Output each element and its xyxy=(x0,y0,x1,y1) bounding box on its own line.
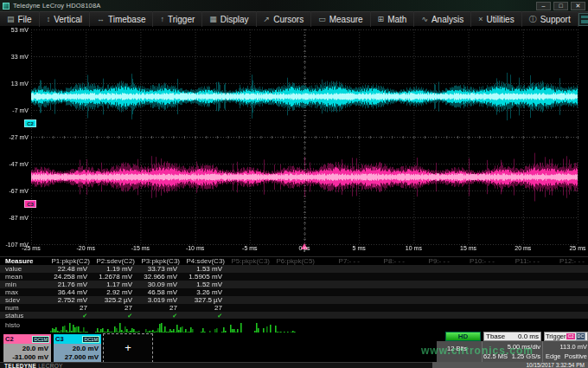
menu-item-display[interactable]: ▦Display xyxy=(202,11,256,27)
menu-item-measure[interactable]: ▭Measure xyxy=(311,11,370,27)
channel-c2-offset-marker[interactable]: C2 xyxy=(24,119,36,127)
channel-c3-offset-marker[interactable]: C3 xyxy=(24,200,36,208)
measure-cell-min-p4: 1.52 mV xyxy=(183,281,228,288)
menu-item-file[interactable]: ▤File xyxy=(0,11,40,27)
timestamp: 10/15/2017 3:32:54 PM xyxy=(432,362,588,368)
waveform-canvas[interactable] xyxy=(0,27,588,256)
channel-c2-descriptor-box[interactable]: C2 DC1M 20.0 mV -31.000 mV xyxy=(3,333,52,363)
menu-item-timebase[interactable]: ↔Timebase xyxy=(90,11,154,27)
grid-display-button[interactable] xyxy=(578,13,588,26)
trigger-level: 113.0 mV xyxy=(544,343,587,351)
menu-item-utilities[interactable]: ×Utilities xyxy=(471,11,522,27)
histogram-canvas xyxy=(43,320,303,333)
hd-mode-button[interactable]: HD xyxy=(445,332,481,341)
measure-column-header-p11[interactable]: P11:- - - xyxy=(498,257,543,265)
measure-column-header-p3[interactable]: P3:pkpk(C3) xyxy=(138,257,183,265)
measure-row-label-histo: histo xyxy=(5,321,20,329)
measure-cell-value-p2: 1.19 mV xyxy=(93,265,138,273)
add-channel-button[interactable]: + xyxy=(103,333,153,363)
channel-c2-offset: -31.000 mV xyxy=(12,353,48,361)
vertical-icon: ↕ xyxy=(47,15,51,23)
measure-column-header-p4[interactable]: P4:sdev(C3) xyxy=(183,257,228,265)
close-button[interactable]: ✕ xyxy=(571,2,585,10)
measure-column-header-p9[interactable]: P9:- - - xyxy=(408,257,453,265)
acquisition-cluster: HD Tbase 0.0 ms Trigger C2 DC 12 Bits 5.… xyxy=(437,332,588,362)
measure-column-header-p2[interactable]: P2:sdev(C2) xyxy=(93,257,138,265)
x-axis-tick: 5 ms xyxy=(340,245,378,251)
menu-item-analysis[interactable]: ∿Analysis xyxy=(414,11,471,27)
time-per-div: 5.00 ms/div xyxy=(483,343,540,351)
measure-cell-min-p2: 1.17 mV xyxy=(93,281,138,288)
menu-item-label: Analysis xyxy=(431,15,463,24)
menu-item-cursors[interactable]: ↗Cursors xyxy=(257,11,312,27)
waveform-grid[interactable]: 53 mV33 mV13 mV-7 mV-27 mV-47 mV-67 mV-8… xyxy=(0,27,588,256)
measure-row-label-mean: mean xyxy=(0,273,48,281)
measure-cell-mean-p3: 32.966 mV xyxy=(138,273,183,281)
measure-column-header-p1[interactable]: P1:pkpk(C2) xyxy=(48,257,93,265)
cursors-icon: ↗ xyxy=(264,15,271,23)
menu-bar: ▤File↕Vertical↔Timebase↑Trigger▦Display↗… xyxy=(0,11,588,27)
measure-column-header-p10[interactable]: P10:- - - xyxy=(453,257,498,265)
y-axis-tick: -7 mV xyxy=(2,107,29,113)
channel-c2-volts-div: 20.0 mV xyxy=(22,345,48,352)
sample-rate: 1.25 GS/s xyxy=(483,352,540,360)
y-axis-tick: 33 mV xyxy=(2,54,29,60)
menu-item-label: Display xyxy=(220,15,249,24)
timebase-offset: 0.0 ms xyxy=(518,332,539,340)
measure-cell-max-p4: 3.26 mV xyxy=(183,288,228,296)
measure-cell-mean-p1: 24.258 mV xyxy=(48,273,93,281)
menu-item-label: File xyxy=(18,15,32,24)
title-bar: Teledyne LeCroy HDO8108A –□✕ xyxy=(0,0,588,11)
measure-column-header-p5[interactable]: P5:pkpk(C3) xyxy=(228,257,273,265)
measure-column-header-p6[interactable]: P6:pkpk(C5) xyxy=(273,257,318,265)
analysis-icon: ∿ xyxy=(421,15,428,23)
measure-table-title: Measure xyxy=(0,257,48,265)
timebase-label: Tbase xyxy=(486,332,505,340)
x-axis-tick: -10 ms xyxy=(176,245,214,251)
measure-column-header-p12[interactable]: P12:- - - xyxy=(543,257,588,265)
measure-row-label-max: max xyxy=(0,288,48,296)
trigger-button[interactable]: Trigger C2 DC xyxy=(544,332,588,341)
menu-item-label: Cursors xyxy=(273,15,304,24)
measure-column-header-p7[interactable]: P7:- - - xyxy=(318,257,363,265)
oscilloscope-app: Teledyne LeCroy HDO8108A –□✕ ▤File↕Verti… xyxy=(0,0,588,368)
trigger-icon: ↑ xyxy=(160,15,164,23)
channel-c3-volts-div: 20.0 mV xyxy=(73,345,99,352)
x-axis-tick: -15 ms xyxy=(121,245,159,251)
x-axis-tick: 25 ms xyxy=(559,245,588,251)
trigger-slope: Positive xyxy=(544,352,587,360)
menu-item-trigger[interactable]: ↑Trigger xyxy=(153,11,202,27)
channel-c3-descriptor-box[interactable]: C3 DC1M 20.0 mV 27.000 mV xyxy=(53,333,102,363)
measure-cell-sdev-p4: 327.5 µV xyxy=(183,296,228,304)
measure-cell-max-p1: 36.44 mV xyxy=(48,288,93,296)
support-icon: ⓘ xyxy=(529,14,537,25)
window-title: Teledyne LeCroy HDO8108A xyxy=(13,2,101,10)
measure-cell-max-p3: 46.58 mV xyxy=(138,288,183,296)
math-icon: ⊞ xyxy=(378,15,385,23)
menu-items: ▤File↕Vertical↔Timebase↑Trigger▦Display↗… xyxy=(0,11,578,27)
menu-right-cluster: Norm Gesture ↩Undo xyxy=(578,13,588,26)
x-axis-tick: 10 ms xyxy=(394,245,432,251)
x-axis-tick: -25 ms xyxy=(12,245,50,251)
menu-item-math[interactable]: ⊞Math xyxy=(371,11,415,27)
x-axis-tick: -5 ms xyxy=(231,245,269,251)
menu-item-label: Timebase xyxy=(108,15,146,24)
menu-item-vertical[interactable]: ↕Vertical xyxy=(40,11,90,27)
measure-row-label-sdev: sdev xyxy=(0,296,48,304)
maximize-button[interactable]: □ xyxy=(553,2,568,10)
measure-table: MeasureP1:pkpk(C2)P2:sdev(C2)P3:pkpk(C3)… xyxy=(0,256,588,320)
menu-item-label: Math xyxy=(387,15,406,24)
measure-cell-num-p2: 27 xyxy=(93,304,138,312)
measure-row-label-value: value xyxy=(0,265,48,273)
timebase-icon: ↔ xyxy=(97,15,105,23)
measure-column-header-p8[interactable]: P8:- - - xyxy=(363,257,408,265)
measure-cell-value-p3: 33.73 mV xyxy=(138,265,183,273)
menu-item-support[interactable]: ⓘSupport xyxy=(522,11,578,27)
measure-cell-mean-p4: 1.5905 mV xyxy=(183,273,228,281)
menu-item-label: Support xyxy=(540,15,571,24)
y-axis-tick: -27 mV xyxy=(2,134,29,140)
measure-cell-min-p3: 30.09 mV xyxy=(138,281,183,288)
minimize-button[interactable]: – xyxy=(536,2,551,10)
timebase-button[interactable]: Tbase 0.0 ms xyxy=(483,332,541,341)
measure-cell-mean-p2: 1.2678 mV xyxy=(93,273,138,281)
